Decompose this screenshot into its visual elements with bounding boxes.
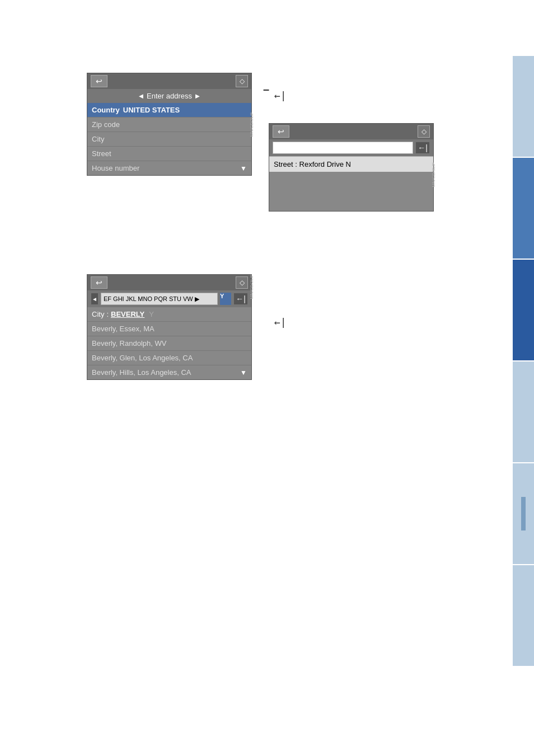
enter-icon-1: ←| [274,90,287,101]
street-field[interactable]: Street [87,146,251,161]
city-value: BEVERLY [111,310,144,318]
country-row[interactable]: Country UNITED STATES [87,103,251,117]
keyboard-row: ◄ EF GHI JKL MNO PQR STU VW ▶ Y ←| [87,290,251,307]
map-diamond-icon-2: ◇ [421,128,427,135]
sidebar-tab-4[interactable] [513,361,534,462]
panel2-enter-button[interactable]: ←| [415,142,430,154]
keyboard-letters-display: EF GHI JKL MNO PQR STU VW ▶ [101,293,218,305]
city-result-1[interactable]: Beverly, Essex, MA [87,321,251,336]
sidebar-tab-5[interactable] [513,463,534,564]
country-value: UNITED STATES [123,106,180,114]
sidebar-tab-2[interactable] [513,158,534,259]
keyboard-y-button[interactable]: Y [220,293,231,305]
sidebar-tab-3[interactable] [513,260,534,360]
panel2-map-icon[interactable]: ◇ [418,125,430,138]
panel1-header: ↩ ◇ [87,73,251,89]
country-label: Country [92,106,120,114]
sidebar-tab-1[interactable] [513,56,534,157]
city-result-2[interactable]: Beverly, Randolph, WV [87,336,251,350]
map-diamond-icon-3: ◇ [240,279,245,287]
panel1-map-icon[interactable]: ◇ [236,75,248,87]
enter-icon-3: ←| [236,294,246,303]
panel2-back-button[interactable]: ↩ [273,125,289,138]
panel3-enter-button[interactable]: ←| [233,293,248,305]
street-result-item[interactable]: Street : Rexford Drive N [269,156,433,172]
back-arrow-icon-3: ↩ [96,278,102,287]
zipcode-field[interactable]: Zip code [87,117,251,132]
scroll-down-icon[interactable]: ▼ [240,165,247,172]
keyboard-prev-button[interactable]: ◄ [91,293,99,305]
panel1-title[interactable]: ◄ Enter address ► [87,89,251,103]
city-label: City [92,310,104,318]
panel3-header: ↩ ◇ [87,275,251,290]
back-arrow-icon-2: ↩ [278,127,284,136]
scroll-down-icon-2[interactable]: ▼ [240,369,247,377]
sidebar-right [513,0,534,756]
city-field[interactable]: City [87,132,251,146]
back-arrow-icon: ↩ [96,77,102,86]
sidebar-tab-6[interactable] [513,565,534,666]
street-search-panel: ↩ ◇ ←| Street : Rexford Drive N [269,123,434,212]
city-result-3[interactable]: Beverly, Glen, Los Angeles, CA [87,350,251,365]
map-diamond-icon: ◇ [240,77,245,85]
city-y-indicator: Y [149,310,154,318]
panel3-back-button[interactable]: ↩ [91,276,107,289]
house-number-field[interactable]: House number ▼ [87,161,251,175]
panel2-header: ↩ ◇ [269,124,433,139]
city-colon: : [106,310,109,318]
address-entry-panel: ↩ ◇ ◄ Enter address ► Country UNITED STA… [87,73,252,176]
city-result-4[interactable]: Beverly, Hills, Los Angeles, CA ▼ [87,365,251,379]
dash-separator: – [263,83,269,96]
street-text-input[interactable] [273,142,413,154]
watermark-label-3: MN/CD/3LIF [431,162,436,187]
street-input-row: ←| [269,139,433,156]
watermark-label-2: MN/CD/2LIF [249,274,254,299]
panel1-back-button[interactable]: ↩ [91,75,107,87]
city-display-row: City : BEVERLY Y [87,307,251,321]
enter-icon-2: ←| [418,143,428,152]
panel3-map-icon[interactable]: ◇ [236,276,248,289]
watermark-label-1: MN/CD/2LIF [249,112,254,137]
street-empty-area [269,172,433,211]
city-search-panel: ↩ ◇ ◄ EF GHI JKL MNO PQR STU VW ▶ Y ←| C… [87,274,252,380]
enter-icon-4: ←| [274,316,287,328]
